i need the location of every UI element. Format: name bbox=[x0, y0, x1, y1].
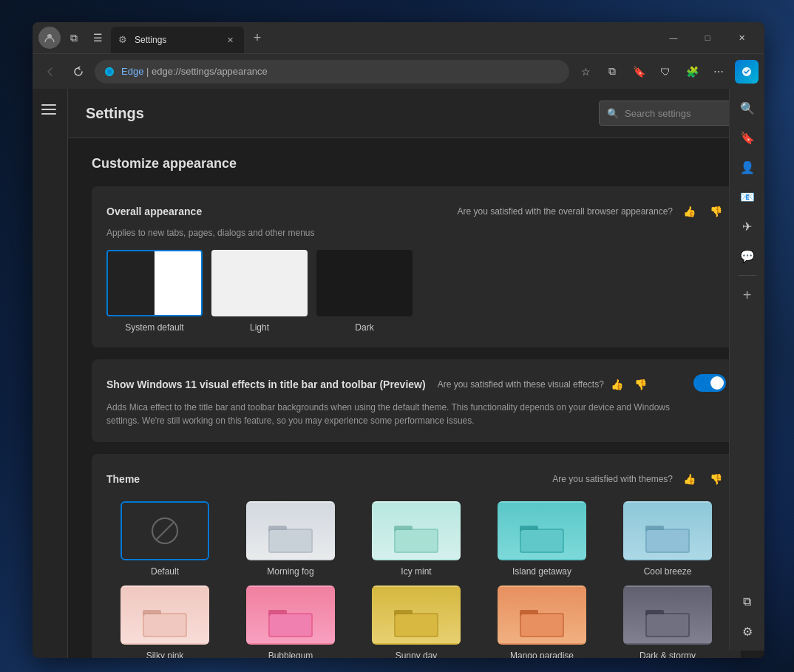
close-btn[interactable]: ✕ bbox=[725, 26, 759, 50]
profile-avatar[interactable] bbox=[38, 27, 61, 49]
sidebar-send-icon[interactable]: ✈ bbox=[734, 213, 761, 240]
theme-item-icy-mint[interactable]: Icy mint bbox=[358, 501, 475, 577]
folder-icon-island-getaway bbox=[520, 520, 564, 553]
split-screen-btn[interactable]: ⧉ bbox=[600, 60, 624, 84]
appearance-option-light[interactable]: Light bbox=[211, 250, 308, 333]
theme-item-sunny-day[interactable]: Sunny day bbox=[358, 586, 475, 658]
sidebar-bookmark-icon[interactable]: 🔖 bbox=[734, 124, 761, 151]
visual-effects-description: Adds Mica effect to the title bar and to… bbox=[106, 401, 682, 427]
theme-header: Theme Are you satisfied with themes? 👍 👎 bbox=[106, 469, 726, 489]
theme-label-default: Default bbox=[151, 566, 179, 577]
nav-icons: ☆ ⧉ 🔖 🛡 🧩 ⋯ bbox=[574, 60, 730, 84]
settings-tab[interactable]: ⚙ Settings ✕ bbox=[111, 27, 244, 53]
sidebar-settings-icon[interactable]: ⚙ bbox=[734, 618, 761, 645]
address-brand: Edge bbox=[121, 66, 143, 77]
svg-rect-12 bbox=[647, 530, 688, 551]
sidebar-messenger-icon[interactable]: 💬 bbox=[734, 242, 761, 269]
sidebar-person-icon[interactable]: 👤 bbox=[734, 154, 761, 180]
folder-icon-morning-fog bbox=[268, 520, 313, 553]
theme-label-island-getaway: Island getaway bbox=[512, 566, 571, 577]
theme-feedback-question: Are you satisfied with themes? bbox=[552, 474, 673, 484]
appearance-preview-dark bbox=[316, 250, 413, 316]
title-bar: ⧉ ☰ ⚙ Settings ✕ + — □ ✕ bbox=[33, 22, 764, 53]
theme-item-dark-stormy[interactable]: Dark & stormy bbox=[609, 586, 726, 658]
sidebar-add-btn[interactable]: + bbox=[734, 282, 761, 308]
theme-item-morning-fog[interactable]: Morning fog bbox=[232, 501, 349, 577]
maximize-btn[interactable]: □ bbox=[690, 26, 725, 50]
back-btn[interactable] bbox=[38, 60, 62, 84]
copilot-btn[interactable] bbox=[735, 60, 759, 84]
tab-strip: ⚙ Settings ✕ + bbox=[111, 22, 654, 53]
theme-preview-cool-breeze bbox=[623, 501, 712, 560]
collections-btn[interactable]: 🔖 bbox=[627, 60, 651, 84]
overall-appearance-card: Overall appearance Are you satisfied wit… bbox=[92, 186, 741, 347]
theme-item-silky-pink[interactable]: Silky pink bbox=[106, 586, 223, 658]
visual-effects-thumbs-up[interactable]: 👍 bbox=[607, 374, 628, 395]
visual-effects-card: Show Windows 11 visual effects in title … bbox=[92, 359, 741, 442]
folder-icon-silky-pink bbox=[143, 604, 187, 637]
thumbs-up-btn[interactable]: 👍 bbox=[679, 201, 699, 222]
appearance-label-light: Light bbox=[250, 322, 269, 333]
visual-effects-thumbs-down[interactable]: 👎 bbox=[631, 374, 651, 395]
appearance-option-system-default[interactable]: System default bbox=[106, 250, 203, 333]
favorites-btn[interactable]: ☆ bbox=[574, 60, 597, 84]
nav-bar: Edge | edge://settings/appearance ☆ ⧉ 🔖 … bbox=[33, 53, 764, 89]
tab-title: Settings bbox=[135, 35, 219, 45]
more-btn[interactable]: ⋯ bbox=[707, 60, 730, 84]
theme-item-island-getaway[interactable]: Island getaway bbox=[483, 501, 600, 577]
theme-card: Theme Are you satisfied with themes? 👍 👎 bbox=[92, 454, 741, 658]
theme-label-mango-paradise: Mango paradise bbox=[510, 651, 574, 658]
settings-header: Settings 🔍 bbox=[68, 89, 764, 138]
hamburger-btn[interactable] bbox=[41, 101, 58, 118]
appearance-label-dark: Dark bbox=[355, 322, 373, 333]
theme-item-bubblegum[interactable]: Bubblegum bbox=[232, 586, 349, 658]
theme-thumbs-up[interactable]: 👍 bbox=[679, 469, 699, 489]
theme-label-sunny-day: Sunny day bbox=[396, 651, 438, 658]
visual-effects-toggle[interactable] bbox=[693, 374, 726, 392]
new-tab-btn[interactable]: + bbox=[247, 27, 268, 48]
search-box[interactable]: 🔍 bbox=[599, 101, 747, 126]
folder-icon-bubblegum bbox=[268, 604, 313, 637]
vertical-tabs-btn[interactable]: ☰ bbox=[87, 27, 108, 48]
sidebar-search-icon[interactable]: 🔍 bbox=[734, 95, 761, 121]
address-bar[interactable]: Edge | edge://settings/appearance bbox=[95, 60, 569, 84]
minimize-btn[interactable]: — bbox=[656, 26, 690, 50]
browser-essentials-btn[interactable]: 🛡 bbox=[654, 60, 677, 84]
folder-icon-icy-mint bbox=[394, 520, 438, 553]
folder-icon-mango-paradise bbox=[520, 604, 564, 637]
address-path: | edge://settings/appearance bbox=[146, 66, 268, 77]
theme-preview-default bbox=[121, 501, 209, 560]
theme-item-cool-breeze[interactable]: Cool breeze bbox=[609, 501, 726, 577]
theme-preview-sunny-day bbox=[372, 586, 461, 645]
sidebar-split-screen-icon[interactable]: ⧉ bbox=[734, 588, 761, 615]
theme-label-silky-pink: Silky pink bbox=[146, 651, 184, 658]
hamburger-line-2 bbox=[41, 109, 56, 110]
theme-item-mango-paradise[interactable]: Mango paradise bbox=[483, 586, 600, 658]
theme-label-morning-fog: Morning fog bbox=[267, 566, 313, 577]
refresh-btn[interactable] bbox=[67, 60, 90, 84]
search-input[interactable] bbox=[625, 108, 739, 119]
theme-preview-morning-fog bbox=[246, 501, 335, 560]
extensions-btn[interactable]: 🧩 bbox=[680, 60, 704, 84]
tab-close-btn[interactable]: ✕ bbox=[223, 33, 237, 47]
appearance-option-dark[interactable]: Dark bbox=[316, 250, 413, 333]
tab-collections-btn[interactable]: ⧉ bbox=[64, 27, 84, 48]
svg-rect-18 bbox=[270, 614, 311, 636]
browser-window: ⧉ ☰ ⚙ Settings ✕ + — □ ✕ bbox=[33, 22, 764, 658]
hamburger-line-3 bbox=[41, 113, 56, 115]
content-area: Settings 🔍 Customize appearance Overall … bbox=[33, 89, 764, 658]
theme-thumbs-down[interactable]: 👎 bbox=[705, 469, 726, 489]
appearance-label-system: System default bbox=[125, 322, 183, 333]
sidebar-outlook-icon[interactable]: 📧 bbox=[734, 183, 761, 210]
feedback-btns: Are you satisfied with the overall brows… bbox=[458, 201, 727, 222]
thumbs-down-btn[interactable]: 👎 bbox=[705, 201, 726, 222]
visual-effects-feedback: Are you satisfied with these visual effe… bbox=[438, 374, 651, 395]
svg-rect-3 bbox=[270, 530, 311, 551]
tab-favicon: ⚙ bbox=[118, 34, 130, 46]
settings-sidebar bbox=[33, 89, 68, 658]
svg-rect-24 bbox=[521, 614, 563, 636]
settings-main: Settings 🔍 Customize appearance Overall … bbox=[68, 89, 764, 658]
visual-effects-row: Show Windows 11 visual effects in title … bbox=[106, 374, 726, 427]
theme-item-default[interactable]: Default bbox=[106, 501, 223, 577]
theme-label-cool-breeze: Cool breeze bbox=[644, 566, 692, 577]
